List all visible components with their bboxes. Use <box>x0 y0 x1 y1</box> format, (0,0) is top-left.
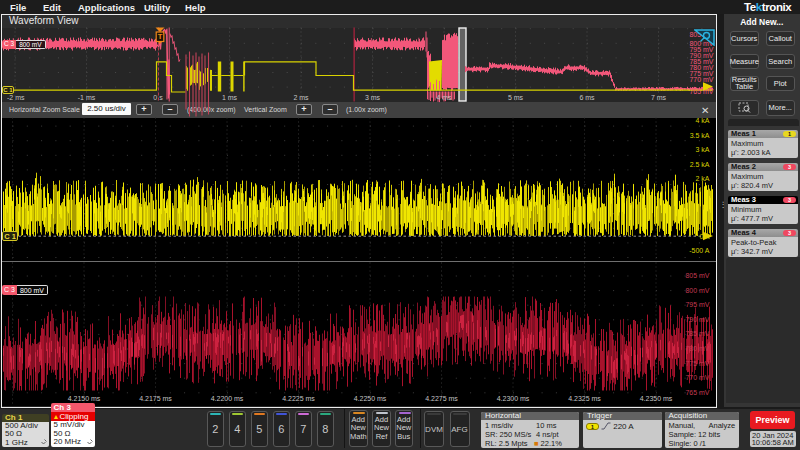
svg-text:T: T <box>157 32 162 41</box>
